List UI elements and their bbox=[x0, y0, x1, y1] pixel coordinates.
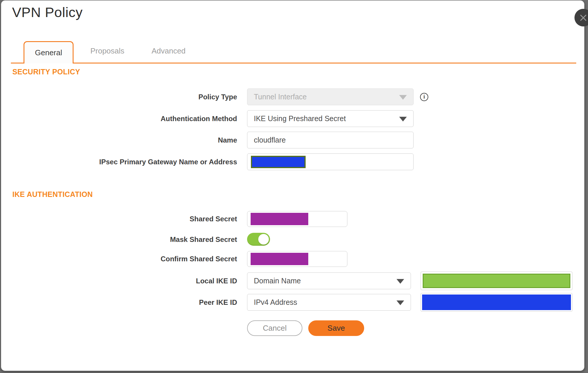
toggle-knob bbox=[258, 234, 269, 245]
policy-type-label: Policy Type bbox=[10, 93, 237, 101]
field-row-local-ike-id: Local IKE ID Domain Name bbox=[1, 272, 584, 289]
authentication-method-value: IKE Using Preshared Secret bbox=[254, 114, 346, 123]
chevron-down-icon bbox=[397, 300, 404, 305]
mask-shared-secret-label: Mask Shared Secret bbox=[10, 235, 237, 244]
tab-general-label: General bbox=[35, 48, 62, 57]
peer-ike-id-value: IPv4 Address bbox=[254, 298, 297, 307]
chevron-down-icon bbox=[397, 279, 404, 284]
field-row-peer-ike-id: Peer IKE ID IPv4 Address bbox=[1, 294, 584, 311]
peer-ike-id-select[interactable]: IPv4 Address bbox=[247, 294, 411, 311]
name-label: Name bbox=[10, 136, 237, 144]
tab-general[interactable]: General bbox=[24, 41, 74, 63]
vpn-policy-dialog: VPN Policy General Proposals Advanced SE… bbox=[1, 0, 584, 371]
tab-proposals[interactable]: Proposals bbox=[85, 46, 129, 56]
name-input[interactable] bbox=[247, 132, 414, 148]
authentication-method-select[interactable]: IKE Using Preshared Secret bbox=[247, 110, 414, 127]
chevron-down-icon bbox=[399, 117, 407, 121]
section-header-ike-authentication: IKE AUTHENTICATION bbox=[12, 190, 93, 199]
tab-advanced[interactable]: Advanced bbox=[146, 46, 191, 56]
local-ike-id-value-input[interactable] bbox=[421, 272, 572, 290]
mask-shared-secret-toggle[interactable] bbox=[247, 233, 270, 246]
section-header-security-policy: SECURITY POLICY bbox=[12, 68, 80, 76]
tab-bar: General Proposals Advanced bbox=[11, 40, 576, 63]
redacted-value-blue bbox=[422, 295, 571, 310]
redacted-value-blue bbox=[251, 156, 306, 168]
chevron-down-icon bbox=[399, 95, 407, 100]
redacted-value-purple bbox=[251, 253, 308, 265]
page-title: VPN Policy bbox=[12, 4, 83, 20]
field-row-mask-shared-secret: Mask Shared Secret bbox=[1, 232, 584, 247]
field-row-ipsec-primary-gateway: IPsec Primary Gateway Name or Address bbox=[1, 153, 584, 170]
peer-ike-id-label: Peer IKE ID bbox=[10, 298, 237, 307]
save-button[interactable]: Save bbox=[308, 320, 364, 336]
redacted-value-green bbox=[423, 274, 570, 288]
confirm-shared-secret-label: Confirm Shared Secret bbox=[10, 255, 237, 263]
info-icon[interactable]: i bbox=[420, 93, 428, 101]
field-row-name: Name bbox=[1, 132, 584, 148]
ipsec-primary-gateway-label: IPsec Primary Gateway Name or Address bbox=[10, 158, 237, 166]
peer-ike-id-value-input[interactable] bbox=[421, 293, 572, 312]
dialog-actions: Cancel Save bbox=[247, 320, 364, 336]
policy-type-value: Tunnel Interface bbox=[254, 93, 307, 101]
local-ike-id-value: Domain Name bbox=[254, 277, 301, 285]
authentication-method-label: Authentication Method bbox=[10, 115, 237, 123]
field-row-authentication-method: Authentication Method IKE Using Preshare… bbox=[1, 110, 584, 127]
redacted-value-purple bbox=[251, 213, 308, 225]
local-ike-id-label: Local IKE ID bbox=[10, 277, 237, 285]
field-row-shared-secret: Shared Secret bbox=[1, 211, 584, 227]
close-icon bbox=[579, 14, 587, 22]
shared-secret-label: Shared Secret bbox=[10, 215, 237, 223]
field-row-confirm-shared-secret: Confirm Shared Secret bbox=[1, 251, 584, 267]
local-ike-id-select[interactable]: Domain Name bbox=[247, 272, 411, 289]
cancel-button[interactable]: Cancel bbox=[247, 320, 302, 336]
policy-type-select: Tunnel Interface bbox=[247, 88, 414, 105]
field-row-policy-type: Policy Type Tunnel Interface i bbox=[1, 88, 584, 105]
